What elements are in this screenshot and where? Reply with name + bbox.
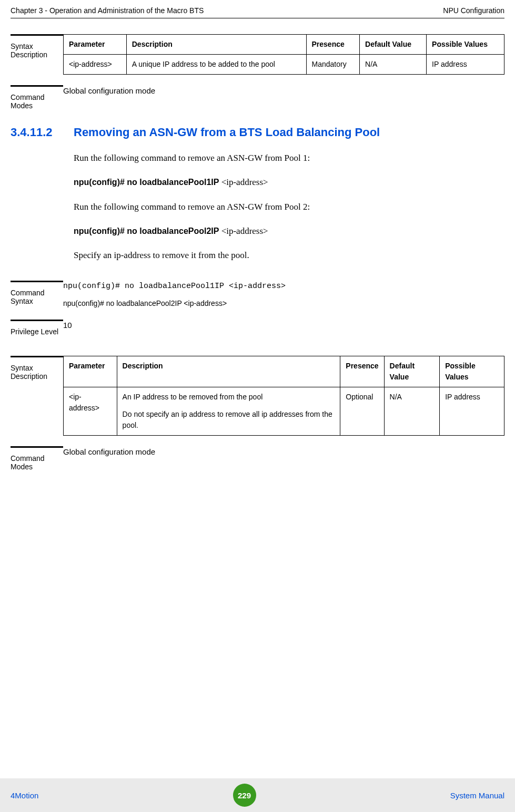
th-parameter: Parameter	[64, 35, 127, 55]
block-label: Command Modes	[11, 91, 63, 110]
syntax-line-2: npu(config)# no loadbalancePool2IP <ip-a…	[63, 298, 504, 309]
td-possible: IP address	[440, 387, 504, 435]
paragraph: Specify an ip-address to remove it from …	[74, 247, 504, 264]
section-heading: 3.4.11.2 Removing an ASN-GW from a BTS L…	[11, 126, 504, 139]
section-title: Removing an ASN-GW from a BTS Load Balan…	[74, 126, 380, 139]
privilege-level-value: 10	[63, 320, 504, 332]
th-default: Default Value	[360, 35, 427, 55]
command-modes-block-1: Command Modes Global configuration mode	[11, 85, 504, 110]
table-row: <ip-address> A unique IP address to be a…	[64, 55, 504, 75]
th-default: Default Value	[384, 356, 440, 387]
block-label: Syntax Description	[11, 40, 63, 59]
th-presence: Presence	[340, 356, 384, 387]
parameter-table-1: Parameter Description Presence Default V…	[63, 34, 504, 75]
table-header-row: Parameter Description Presence Default V…	[64, 356, 504, 387]
header-right: NPU Configuration	[443, 6, 504, 15]
command-arg: <ip-address>	[221, 226, 268, 236]
command-modes-value: Global configuration mode	[63, 85, 504, 97]
block-label: Command Syntax	[11, 286, 63, 305]
block-label: Syntax Description	[11, 362, 63, 381]
td-possible: IP address	[427, 55, 504, 75]
syntax-description-block-2: Syntax Description Parameter Description…	[11, 356, 504, 436]
privilege-level-block: Privilege Level 10	[11, 320, 504, 336]
command-bold: npu(config)# no loadbalancePool2IP	[74, 227, 221, 235]
section-body: Run the following command to remove an A…	[74, 150, 504, 264]
command-modes-block-2: Command Modes Global configuration mode	[11, 446, 504, 471]
td-parameter: <ip-address>	[64, 55, 127, 75]
block-rule	[11, 446, 63, 448]
footer-right: System Manual	[450, 791, 504, 800]
td-description: An IP address to be removed from the poo…	[117, 387, 340, 435]
page-content: Syntax Description Parameter Description…	[0, 34, 515, 471]
footer-left: 4Motion	[11, 791, 38, 800]
syntax-description-block-1: Syntax Description Parameter Description…	[11, 34, 504, 75]
command-modes-value: Global configuration mode	[63, 446, 504, 458]
header-left: Chapter 3 - Operation and Administration…	[11, 6, 204, 15]
th-presence: Presence	[306, 35, 360, 55]
td-parameter: <ip-address>	[64, 387, 117, 435]
paragraph: Run the following command to remove an A…	[74, 199, 504, 215]
table-header-row: Parameter Description Presence Default V…	[64, 35, 504, 55]
td-default: N/A	[360, 55, 427, 75]
block-rule	[11, 281, 63, 282]
paragraph: Run the following command to remove an A…	[74, 150, 504, 167]
th-parameter: Parameter	[64, 356, 117, 387]
section-number: 3.4.11.2	[11, 126, 74, 139]
page-header: Chapter 3 - Operation and Administration…	[0, 0, 515, 17]
desc-p1: An IP address to be removed from the poo…	[123, 392, 335, 403]
th-possible: Possible Values	[440, 356, 504, 387]
block-rule	[11, 320, 63, 321]
desc-p2: Do not specify an ip address to remove a…	[123, 409, 335, 431]
table-row: <ip-address> An IP address to be removed…	[64, 387, 504, 435]
td-default: N/A	[384, 387, 440, 435]
block-rule	[11, 356, 63, 357]
header-rule	[11, 18, 504, 18]
td-description: A unique IP address to be added to the p…	[126, 55, 306, 75]
th-description: Description	[126, 35, 306, 55]
td-presence: Mandatory	[306, 55, 360, 75]
command-syntax-block: Command Syntax npu(config)# no loadbalan…	[11, 281, 504, 309]
command-line: npu(config)# no loadbalancePool2IP <ip-a…	[74, 223, 504, 240]
page-number-badge: 229	[233, 784, 256, 807]
command-arg: <ip-address>	[221, 177, 268, 187]
th-possible: Possible Values	[427, 35, 504, 55]
syntax-line-1: npu(config)# no loadbalancePool1IP <ip-a…	[63, 281, 504, 293]
page-footer: 4Motion 229 System Manual	[0, 778, 515, 812]
block-rule	[11, 85, 63, 87]
td-presence: Optional	[340, 387, 384, 435]
block-label: Privilege Level	[11, 325, 63, 336]
command-line: npu(config)# no loadbalancePool1IP <ip-a…	[74, 174, 504, 191]
parameter-table-2: Parameter Description Presence Default V…	[63, 356, 504, 436]
th-description: Description	[117, 356, 340, 387]
block-rule	[11, 34, 63, 36]
command-bold: npu(config)# no loadbalancePool1IP	[74, 178, 221, 187]
block-label: Command Modes	[11, 452, 63, 471]
